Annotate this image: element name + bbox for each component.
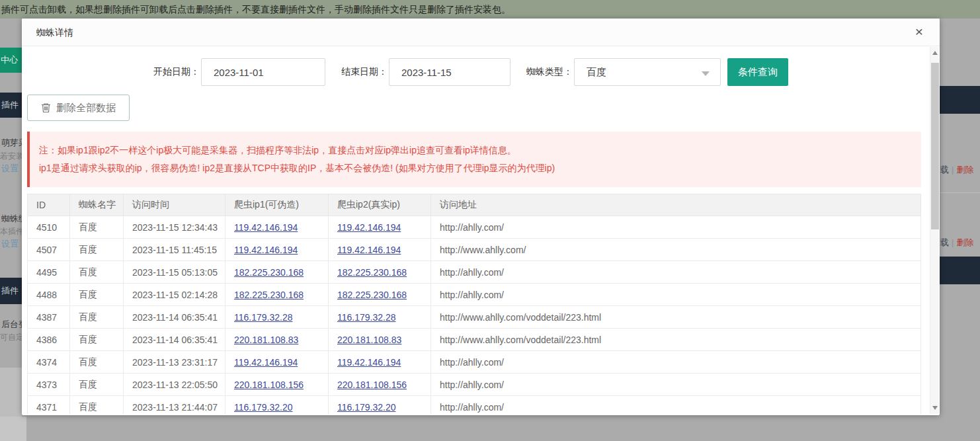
modal-title: 蜘蛛详情: [36, 27, 73, 38]
column-header: ID: [28, 194, 70, 216]
ip2-link[interactable]: 119.42.146.194: [337, 357, 401, 368]
spider-table: ID蜘蛛名字访问时间爬虫ip1(可伪造)爬虫ip2(真实ip)访问地址 4510…: [27, 194, 921, 415]
cell-id: 4371: [28, 396, 70, 415]
table-row: 4386百度2023-11-14 06:35:41220.181.108.832…: [28, 329, 921, 351]
cell-visit-url: http://ahlly.com/: [431, 216, 921, 239]
cell-id: 4373: [28, 374, 70, 396]
ip1-link[interactable]: 119.42.146.194: [234, 245, 298, 255]
modal-scrollbar[interactable]: [930, 47, 939, 414]
cell-visit-time: 2023-11-15 12:34:43: [124, 216, 225, 239]
plugin-desc-2: 本插件: [0, 226, 24, 237]
delete-all-data-button[interactable]: 删除全部数据: [27, 95, 130, 121]
cell-visit-time: 2023-11-14 06:35:41: [124, 329, 225, 351]
cell-spider-name: 百度: [70, 351, 124, 374]
sidebar-section-plugins-1: 插件: [0, 93, 22, 118]
spider-type-label: 蜘蛛类型：: [526, 66, 573, 78]
cell-spider-name: 百度: [70, 306, 124, 329]
action-separator: |: [949, 237, 956, 247]
sidebar-item-app-center[interactable]: 中心: [0, 48, 22, 73]
cell-id: 4387: [28, 306, 70, 329]
ip2-link[interactable]: 119.42.146.194: [337, 245, 401, 255]
cell-spider-name: 百度: [70, 284, 124, 306]
ip2-link[interactable]: 119.42.146.194: [337, 222, 401, 233]
notice-line-2: ip1是通过请求头获取的ip，很容易伪造! ip2是直接从TCP中获取的IP，基…: [39, 159, 915, 177]
spider-type-selected-value: 百度: [587, 66, 606, 79]
ip1-link[interactable]: 182.225.230.168: [234, 290, 304, 300]
cell-spider-name: 百度: [70, 261, 124, 284]
cell-spider-name: 百度: [70, 239, 124, 261]
cell-visit-time: 2023-11-15 02:14:28: [124, 284, 225, 306]
cell-spider-name: 百度: [70, 396, 124, 415]
end-date-input[interactable]: [389, 58, 510, 86]
cell-visit-url: http://www.ahlly.com/voddetail/223.html: [431, 329, 921, 351]
cell-spider-name: 百度: [70, 216, 124, 239]
cell-visit-time: 2023-11-13 21:44:07: [124, 396, 225, 415]
column-header: 蜘蛛名字: [70, 194, 124, 216]
ip2-link-cell: 116.179.32.20: [329, 396, 431, 415]
table-row: 4488百度2023-11-15 02:14:28182.225.230.168…: [28, 284, 921, 306]
cell-visit-url: http://www.ahlly.com/voddetail/223.html: [431, 306, 921, 329]
ip2-link-cell: 119.42.146.194: [329, 216, 431, 239]
top-notice-bar: 插件可点击卸载，如果想删除插件可卸载后点击删除插件，不要直接删插件文件，手动删除…: [0, 0, 980, 19]
delete-plugin-link[interactable]: 删除: [956, 165, 973, 175]
plugin-settings-link-1[interactable]: 设置: [1, 163, 19, 175]
delete-plugin-link[interactable]: 删除: [956, 237, 973, 247]
notice-box: 注：如果ip1跟ip2不一样这个ip极大可能是采集器，扫描程序等非法ip，直接点…: [27, 132, 921, 187]
ip2-link-cell: 182.225.230.168: [329, 261, 431, 284]
ip1-link[interactable]: 182.225.230.168: [234, 267, 304, 278]
ip1-link-cell: 220.181.108.156: [225, 374, 329, 396]
table-row: 4374百度2023-11-13 23:31:17119.42.146.1941…: [28, 351, 921, 374]
table-row: 4373百度2023-11-13 22:05:50220.181.108.156…: [28, 374, 921, 396]
ip2-link[interactable]: 220.181.108.156: [337, 380, 407, 390]
scrollbar-thumb[interactable]: [931, 63, 939, 229]
ip2-link-cell: 220.181.108.83: [329, 329, 431, 351]
ip1-link-cell: 119.42.146.194: [225, 351, 329, 374]
spider-detail-modal: 蜘蛛详情 × 开始日期： 结束日期： 蜘蛛类型： 百度 条件查询: [22, 19, 940, 415]
table-row: 4495百度2023-11-15 05:13:05182.225.230.168…: [28, 261, 921, 284]
ip2-link-cell: 119.42.146.194: [329, 351, 431, 374]
cell-visit-time: 2023-11-15 11:45:15: [124, 239, 225, 261]
filter-row: 开始日期： 结束日期： 蜘蛛类型： 百度 条件查询: [153, 58, 921, 86]
ip1-link-cell: 119.42.146.194: [225, 216, 329, 239]
query-button[interactable]: 条件查询: [727, 58, 788, 86]
scroll-down-icon[interactable]: [932, 406, 938, 410]
cell-id: 4488: [28, 284, 70, 306]
ip2-link[interactable]: 116.179.32.20: [337, 402, 396, 413]
ip2-link[interactable]: 116.179.32.28: [337, 312, 396, 323]
cell-visit-url: http://ahlly.com/: [431, 396, 921, 415]
table-header-row: ID蜘蛛名字访问时间爬虫ip1(可伪造)爬虫ip2(真实ip)访问地址: [28, 194, 921, 216]
plugin-settings-link-2[interactable]: 设置: [1, 238, 19, 250]
plugin-row-actions-2: 载|删除: [940, 237, 973, 249]
ip2-link[interactable]: 182.225.230.168: [337, 290, 407, 300]
cell-visit-url: http://ahlly.com/: [431, 261, 921, 284]
cell-id: 4507: [28, 239, 70, 261]
uninstall-link[interactable]: 载: [940, 237, 949, 247]
ip1-link-cell: 182.225.230.168: [225, 284, 329, 306]
plugin-desc-1: 若安装: [0, 151, 24, 162]
ip1-link[interactable]: 220.181.108.83: [234, 335, 298, 345]
ip1-link[interactable]: 119.42.146.194: [234, 222, 298, 233]
delete-all-data-label: 删除全部数据: [56, 102, 116, 114]
background-panel: [0, 368, 22, 417]
ip1-link[interactable]: 220.181.108.156: [234, 380, 304, 390]
ip2-link[interactable]: 182.225.230.168: [337, 267, 407, 278]
cell-visit-time: 2023-11-14 06:35:41: [124, 306, 225, 329]
ip1-link[interactable]: 116.179.32.20: [234, 402, 293, 413]
start-date-input[interactable]: [201, 58, 325, 86]
scroll-up-icon[interactable]: [932, 51, 938, 55]
action-separator: |: [949, 165, 956, 175]
ip2-link[interactable]: 220.181.108.83: [337, 335, 401, 345]
modal-body: 开始日期： 结束日期： 蜘蛛类型： 百度 条件查询 删除全部数据 注：如果i: [22, 46, 940, 415]
ip1-link[interactable]: 119.42.146.194: [234, 357, 298, 368]
table-row: 4387百度2023-11-14 06:35:41116.179.32.2811…: [28, 306, 921, 329]
background-panel: [0, 417, 26, 441]
cell-visit-url: http://www.ahlly.com/: [431, 239, 921, 261]
column-header: 访问地址: [431, 194, 921, 216]
cell-id: 4510: [28, 216, 70, 239]
close-icon[interactable]: ×: [911, 19, 928, 46]
column-header: 爬虫ip1(可伪造): [225, 194, 329, 216]
uninstall-link[interactable]: 载: [940, 165, 949, 175]
spider-type-select[interactable]: 百度: [574, 58, 721, 86]
ip1-link[interactable]: 116.179.32.28: [234, 312, 293, 323]
ip2-link-cell: 116.179.32.28: [329, 306, 431, 329]
